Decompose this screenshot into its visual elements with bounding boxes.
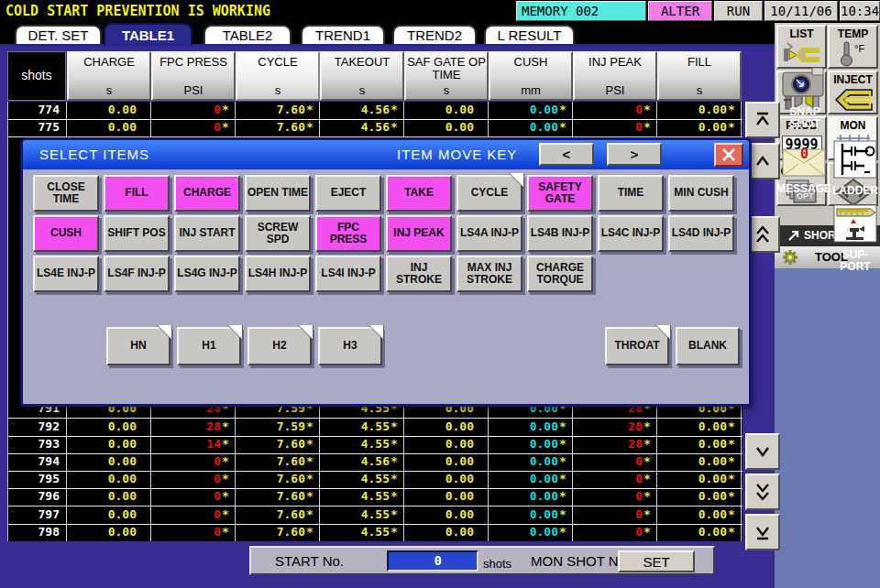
svg-text:0: 0 [800,146,808,162]
cell-saf-gate-op-time: 0.00 [404,102,489,119]
cell-takeout: 4.55* [320,488,404,506]
tab-table2[interactable]: TABLE2 [204,25,292,46]
cell-saf-gate-op-time: 0.00 [404,506,489,524]
shots-unit-label: shots [483,557,512,571]
item-button-min-cush[interactable]: MIN CUSH [668,175,734,212]
tab-trend2[interactable]: TREND2 [392,25,477,46]
cell-fill: 0.00* [657,119,742,136]
tab-trend1[interactable]: TREND1 [301,25,385,46]
tab-table1[interactable]: TABLE1 [104,23,192,46]
cell-charge: 0.00 [67,488,151,506]
table-row[interactable]: 7950.000*7.60*4.55*0.000.00*0*0.00* [8,471,742,489]
cell-takeout: 4.55* [320,506,404,524]
cell-inj-peak: 0* [573,119,657,136]
item-button-time[interactable]: TIME [598,175,664,212]
item-button-ls4g-inj-p[interactable]: LS4G INJ-P [174,256,240,292]
tool-support[interactable]: SUP- PORT [831,204,879,273]
item-button-ls4d-inj-p[interactable]: LS4D INJ-P [668,215,734,252]
table-row[interactable]: 7740.000*7.60*4.56*0.000.00*0*0.00* [8,102,742,120]
column-header-saf-gate-op-time[interactable]: SAF GATE OP TIMEs [404,51,489,101]
item-button-inj-start[interactable]: INJ START [174,215,240,252]
scroll-down-button[interactable] [745,433,780,470]
mold-button-hn[interactable]: HN [106,327,170,365]
set-button[interactable]: SET [618,550,695,572]
mold-button-h1[interactable]: H1 [177,327,241,365]
item-button-ls4c-inj-p[interactable]: LS4C INJ-P [598,215,664,252]
gear-icon [782,249,798,266]
column-header-charge[interactable]: CHARGEs [67,51,151,101]
shot-number: 793 [8,436,67,453]
item-button-max-inj-stroke[interactable]: MAX INJ STROKE [456,256,522,292]
cell-fill: 0.00* [657,524,742,541]
column-header-cush[interactable]: CUSHmm [489,51,573,101]
scroll-to-top-button[interactable] [745,102,780,138]
item-button-ls4b-inj-p[interactable]: LS4B INJ-P [527,215,593,252]
item-button-ls4i-inj-p[interactable]: LS4I INJ-P [315,256,381,292]
tool-ladder[interactable]: LADDER [830,140,880,197]
hmi-screen: COLD START PREVENTION IS WORKING MEMORY … [0,0,880,588]
mold-button-h2[interactable]: H2 [248,327,312,365]
item-button-blank[interactable]: BLANK [676,327,740,365]
item-button-throat[interactable]: THROAT [605,327,669,365]
tool-snapshot[interactable]: SNAP SHOT [776,65,833,130]
item-move-left-button[interactable]: < [539,143,594,166]
scroll-page-down-button[interactable] [745,474,780,510]
item-button-open-time[interactable]: OPEN TIME [245,175,311,212]
item-button-fpc-press[interactable]: FPC PRESS [315,215,381,252]
item-move-right-button[interactable]: > [607,143,662,166]
item-button-ls4e-inj-p[interactable]: LS4E INJ-P [33,256,99,292]
column-header-fpc-press[interactable]: FPC PRESSPSI [151,51,236,101]
scroll-page-up-icon [753,224,773,245]
item-button-screw-spd[interactable]: SCREW SPD [245,215,311,252]
item-button-safety-gate[interactable]: SAFETY GATE [527,175,593,212]
table-row[interactable]: 7930.0014*7.60*4.55*0.000.00*28*0.00* [8,436,742,454]
cell-cycle: 7.60* [236,119,320,136]
sidebar-button-list[interactable]: LIST [776,25,827,69]
column-header-inj-peak[interactable]: INJ PEAKPSI [573,51,657,101]
dialog-title-bar[interactable]: SELECT ITEMS ITEM MOVE KEY < > [23,140,749,169]
item-button-charge[interactable]: CHARGE [174,175,240,212]
item-button-inj-stroke[interactable]: INJ STROKE [386,256,452,292]
sidebar-button-inject[interactable]: INJECT [828,71,878,114]
tool-message[interactable]: 0 MESSAGE [775,144,833,195]
item-button-close-time[interactable]: CLOSE TIME [33,175,99,212]
table-row[interactable]: 7940.000*7.60*4.56*0.000.00*0*0.00* [8,453,742,472]
item-button-inj-peak[interactable]: INJ PEAK [386,215,452,252]
cell-saf-gate-op-time: 0.00 [404,436,489,453]
cell-takeout: 4.55* [320,471,404,488]
table-row[interactable]: 7750.000*7.60*4.56*0.000.00*0*0.00* [8,119,742,137]
scroll-to-bottom-button[interactable] [745,514,780,550]
cell-fill: 0.00* [657,419,742,436]
cell-cush: 0.00* [489,102,573,119]
item-button-cush[interactable]: CUSH [33,215,99,252]
item-button-fill[interactable]: FILL [104,175,170,212]
dialog-close-button[interactable] [714,143,743,167]
tab-det-set[interactable]: DET. SET [15,25,102,46]
cell-cush: 0.00* [489,419,573,436]
tab-l-result[interactable]: L RESULT [484,25,575,46]
mold-button-h3[interactable]: H3 [318,327,382,365]
item-button-charge-torque[interactable]: CHARGE TORQUE [527,256,593,292]
column-header-takeout[interactable]: TAKEOUTs [320,51,404,101]
table-row[interactable]: 7920.0028*7.59*4.55*0.000.00*28*0.00* [8,419,742,437]
cell-fill: 0.00* [657,453,742,471]
column-header-cycle[interactable]: CYCLEs [236,51,320,101]
cell-charge: 0.00 [67,102,151,119]
start-no-input[interactable]: 0 [387,550,478,572]
column-header-fill[interactable]: FILLs [657,51,742,101]
item-button-ls4f-inj-p[interactable]: LS4F INJ-P [104,256,170,292]
table-row[interactable]: 7970.000*7.60*4.55*0.000.00*0*0.00* [8,506,742,525]
item-button-eject[interactable]: EJECT [315,175,381,212]
item-button-ls4a-inj-p[interactable]: LS4A INJ-P [456,215,522,252]
item-button-take[interactable]: TAKE [386,175,452,212]
item-button-ls4h-inj-p[interactable]: LS4H INJ-P [245,256,311,292]
shot-number: 794 [8,453,67,471]
cell-cycle: 7.59* [236,419,320,436]
item-button-shift-pos[interactable]: SHIFT POS [104,215,170,252]
shot-number: 796 [8,488,67,506]
sidebar-button-temp[interactable]: TEMP °F [828,25,878,69]
item-button-cycle[interactable]: CYCLE [456,175,522,212]
table-row[interactable]: 7960.000*7.60*4.55*0.000.00*0*0.00* [8,488,742,506]
cell-fpc-press: 0* [151,453,236,471]
table-row[interactable]: 7980.000*7.60*4.55*0.000.00*0*0.00* [8,524,742,541]
